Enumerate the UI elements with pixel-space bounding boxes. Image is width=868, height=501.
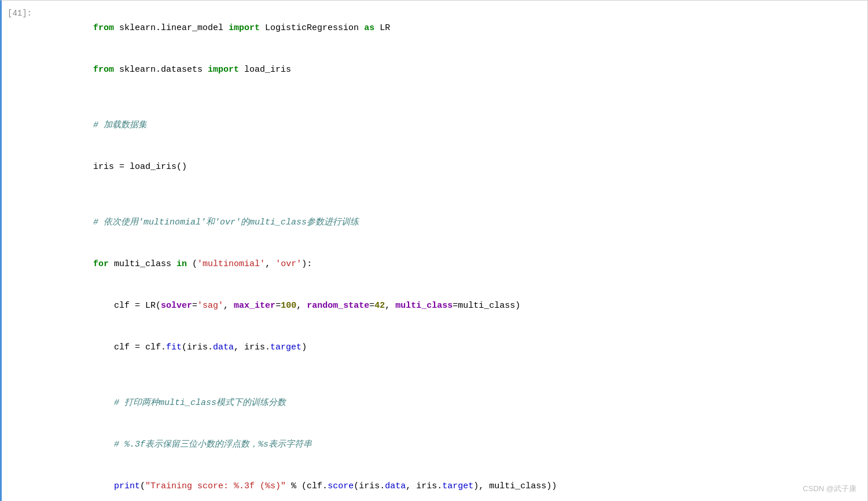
watermark: CSDN @武子康 bbox=[803, 484, 856, 494]
keyword-as: as bbox=[364, 23, 374, 33]
code-line: from sklearn.datasets import load_iris bbox=[41, 49, 858, 91]
code-line-comment: # 依次使用'multinomial'和'ovr'的multi_class参数进… bbox=[41, 202, 858, 244]
keyword-from: from bbox=[93, 23, 114, 33]
code-line: print("Training score: %.3f (%s)" % (clf… bbox=[41, 466, 858, 501]
code-line: clf = clf.fit(iris.data, iris.target) bbox=[41, 327, 858, 369]
code-line: from sklearn.linear_model import Logisti… bbox=[41, 8, 858, 49]
cell-label: [41]: bbox=[2, 1, 36, 501]
code-line-comment: # 打印两种multi_class模式下的训练分数 bbox=[41, 382, 858, 424]
code-line-blank bbox=[41, 369, 858, 382]
notebook-container: [41]: from sklearn.linear_model import L… bbox=[0, 0, 868, 501]
code-line: iris = load_iris() bbox=[41, 146, 858, 188]
code-line: for multi_class in ('multinomial', 'ovr'… bbox=[41, 244, 858, 285]
code-line-comment: # %.3f表示保留三位小数的浮点数，%s表示字符串 bbox=[41, 424, 858, 466]
code-line-blank bbox=[41, 188, 858, 202]
code-cell[interactable]: [41]: from sklearn.linear_model import L… bbox=[0, 0, 868, 501]
keyword-import: import bbox=[229, 23, 260, 33]
code-line-blank bbox=[41, 91, 858, 105]
cell-code-content: from sklearn.linear_model import Logisti… bbox=[36, 1, 867, 501]
code-line: clf = LR(solver='sag', max_iter=100, ran… bbox=[41, 285, 858, 327]
code-line-comment: # 加载数据集 bbox=[41, 105, 858, 146]
